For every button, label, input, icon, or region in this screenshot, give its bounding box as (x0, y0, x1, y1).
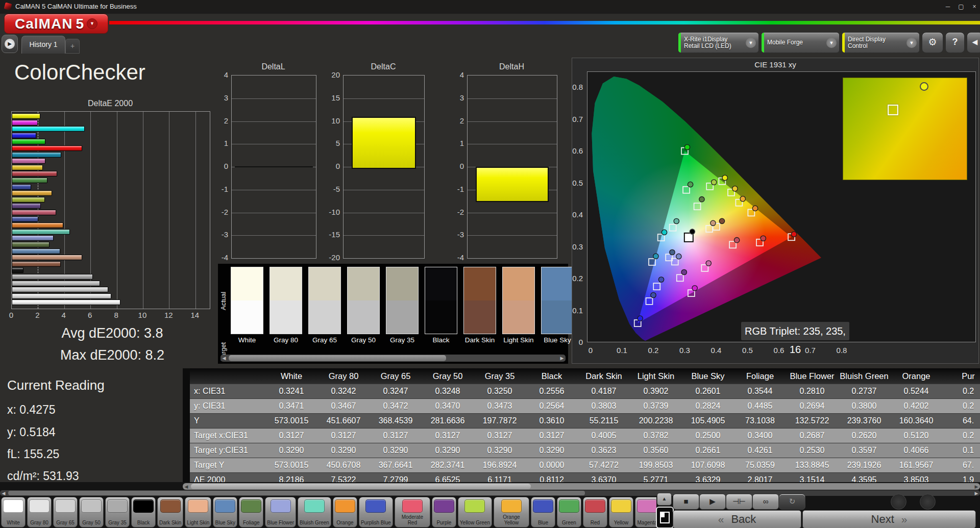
cell-value: 0.2824 (682, 399, 734, 413)
settings-button[interactable]: ⚙ (922, 32, 943, 53)
pattern-button-magenta[interactable]: Magenta (635, 497, 656, 527)
pattern-window-button[interactable] (656, 507, 674, 528)
chevron-right-icon: » (901, 513, 908, 525)
table-scrollbar[interactable]: ◀ ▶ (183, 483, 980, 490)
maximize-button[interactable]: ▢ (955, 2, 967, 11)
table-row-target-x-cie31[interactable]: Target x:CIE310.31270.31270.31270.31270.… (190, 428, 980, 443)
target-square-purplish-blue (653, 283, 660, 290)
meter-dropdown[interactable]: X-Rite i1Display Retail LCD (LED) ▼ (678, 32, 759, 53)
scroll-left-icon[interactable]: ◀ (220, 355, 228, 362)
stop-button[interactable]: ■ (673, 494, 699, 510)
swatch-panel-scrollbar[interactable]: ◀ ▶ (220, 355, 566, 362)
pattern-button-yellow[interactable]: Yellow (609, 497, 633, 527)
pattern-button-black[interactable]: Black (131, 497, 156, 527)
swatch-column-black: Black (425, 267, 457, 344)
display-control-dropdown[interactable]: Direct Display Control ▼ (842, 32, 920, 53)
pattern-button-blue-flower[interactable]: Blue Flower (265, 497, 296, 527)
target-square-foliage (694, 203, 701, 210)
next-button[interactable]: Next » (802, 510, 976, 528)
cell-value: 0.4187 (578, 384, 630, 398)
inset-target-square (888, 105, 898, 115)
scroll-right-icon[interactable]: ▶ (973, 483, 980, 490)
scroll-right-icon[interactable]: ▶ (973, 490, 980, 496)
refresh-button[interactable]: ↻ (779, 494, 805, 510)
minimize-button[interactable]: ─ (942, 2, 953, 11)
scroll-left-icon[interactable]: ◀ (0, 490, 7, 496)
swatch-column-light-skin: Light Skin (502, 267, 535, 344)
scroll-right-icon[interactable]: ▶ (558, 355, 566, 362)
cell-value: 0.3739 (630, 399, 682, 413)
deltae-chart-title: DeltaE 2000 (11, 99, 209, 108)
ytick-deltal--3: -3 (210, 230, 228, 239)
pattern-button-bluish-green[interactable]: Bluish Green (298, 497, 331, 527)
table-row-target-y[interactable]: Target Y573.0015450.6708367.6641282.3741… (190, 458, 980, 472)
swatch-column-gray-80: Gray 80 (270, 267, 302, 344)
column-header-Light Skin: Light Skin (630, 368, 682, 384)
scroll-left-icon[interactable]: ◀ (183, 483, 190, 490)
cell-value: 133.8845 (786, 458, 838, 472)
source-dropdown[interactable]: Mobile Forge ▼ (761, 32, 840, 53)
rgb-triplet-readout: RGB Triplet: 235, 235, 16 (741, 322, 849, 340)
back-button[interactable]: « Back (673, 510, 801, 528)
pattern-button-white[interactable]: White (1, 497, 26, 527)
deltae-bar-100-green (12, 139, 45, 144)
deltae-xtick-0: 0 (9, 311, 13, 319)
pattern-button-red[interactable]: Red (583, 497, 607, 527)
pattern-button-label: Yellow Green (460, 513, 490, 527)
tab-nav-button[interactable]: ▶ (2, 35, 18, 53)
step-button[interactable]: ⊣⊢ (726, 494, 752, 510)
pattern-button-yellow-green[interactable]: Yellow Green (458, 497, 492, 527)
pattern-button-foliage[interactable]: Foliage (239, 497, 263, 527)
loop-button[interactable]: ∞ (752, 494, 779, 510)
pattern-button-green[interactable]: Green (557, 497, 581, 527)
pattern-button-label: Orange Yellow (496, 513, 527, 527)
pattern-button-gray-80[interactable]: Gray 80 (27, 497, 52, 527)
measured-point-moderate-red (734, 237, 739, 242)
help-button[interactable]: ? (945, 32, 965, 53)
logo-dropdown-icon[interactable]: ▼ (87, 18, 97, 29)
table-row-y[interactable]: Y573.0015451.6607368.4539281.6636197.787… (190, 413, 980, 428)
deltal-zero-bar (235, 166, 313, 167)
pattern-button-blue-sky[interactable]: Blue Sky (213, 497, 237, 527)
display-dropdown-label: Direct Display Control (845, 36, 906, 49)
cell-value: 0.3471 (265, 399, 317, 413)
pattern-button-dark-skin[interactable]: Dark Skin (157, 497, 183, 527)
play-button[interactable]: ▶ (699, 494, 726, 510)
close-button[interactable]: × (969, 2, 980, 11)
deltae-bar-black (12, 267, 23, 273)
pattern-button-light-skin[interactable]: Light Skin (185, 497, 211, 527)
collapse-button[interactable]: ◀ (967, 32, 980, 53)
pattern-button-purple[interactable]: Purple (432, 497, 456, 527)
logo-text: CalMAN (15, 16, 72, 32)
table-row-y-cie31[interactable]: y: CIE310.34710.34670.34720.34700.34730.… (190, 398, 980, 413)
pattern-button-gray-35[interactable]: Gray 35 (105, 497, 130, 527)
add-tab-button[interactable]: + (65, 39, 80, 54)
window-title: CalMAN 5 CalMAN Ultimate for Business (15, 3, 137, 10)
color-chip (637, 499, 656, 513)
cell-value: 0.3127 (265, 429, 317, 443)
calman-logo[interactable]: CalMAN5 ▼ (4, 14, 108, 34)
pattern-button-purplish-blue[interactable]: Purplish Blue (359, 497, 393, 527)
pattern-button-orange-yellow[interactable]: Orange Yellow (494, 497, 529, 527)
pattern-button-gray-50[interactable]: Gray 50 (79, 497, 104, 527)
swatch-strip-scrollbar[interactable]: ◀ ▶ (0, 490, 980, 496)
table-row-x-cie31[interactable]: x: CIE310.32410.32420.32470.32480.32500.… (190, 384, 980, 398)
target-swatch (425, 300, 457, 334)
pattern-button-label: Blue Sky (215, 513, 235, 527)
pattern-button-blue[interactable]: Blue (531, 497, 555, 527)
color-chip (611, 499, 631, 513)
spectrum-bar (109, 21, 980, 24)
source-dropdown-label: Mobile Forge (764, 39, 826, 46)
row-label: Y (190, 414, 265, 428)
gridline-y-3 (468, 235, 557, 236)
tab-history-1[interactable]: History 1 (21, 36, 65, 54)
pattern-button-orange[interactable]: Orange (333, 497, 357, 527)
ytick-deltal--1: -1 (210, 185, 228, 193)
cell-value: 197.7872 (474, 414, 526, 428)
table-row-target-y-cie31[interactable]: Target y:CIE310.32900.32900.32900.32900.… (190, 443, 980, 458)
strip-expand-button[interactable]: ▲ (657, 493, 672, 506)
pattern-button-gray-65[interactable]: Gray 65 (53, 497, 78, 527)
cell-value: 450.6708 (317, 458, 370, 472)
pattern-button-moderate-red[interactable]: Moderate Red (395, 497, 430, 527)
column-header-Dark Skin: Dark Skin (578, 368, 630, 384)
